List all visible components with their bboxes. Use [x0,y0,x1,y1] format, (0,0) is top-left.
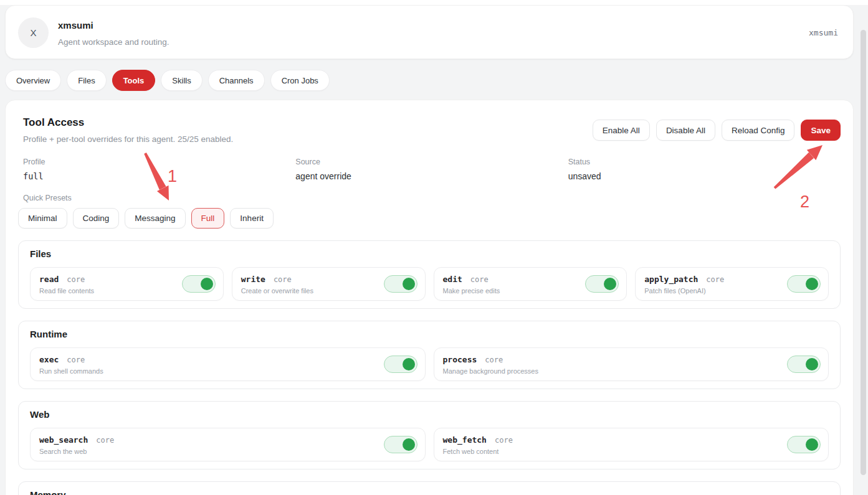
page-top-strip [0,0,868,5]
agent-avatar: X [18,17,49,48]
quick-presets-row: MinimalCodingMessagingFullInherit [18,208,841,229]
status-field-label: Status [568,158,841,166]
tool-card-write: writecoreCreate or overwrite files [232,267,426,301]
profile-field: Profile full [23,158,295,181]
tool-name: read [39,275,59,284]
source-field-label: Source [295,158,568,166]
tool-toggle-exec[interactable] [384,356,417,373]
tool-toggle-web-search[interactable] [384,436,417,453]
tool-description: Search the web [39,448,114,455]
tool-card-process: processcoreManage background processes [434,347,829,381]
tool-toggle-write[interactable] [384,275,417,293]
tool-name: process [443,355,477,364]
tool-card-info: writecoreCreate or overwrite files [241,273,313,295]
toggle-knob [403,438,415,451]
tool-description: Fetch web content [443,448,513,455]
tool-card-edit: editcoreMake precise edits [434,267,627,301]
tool-name: web_search [39,435,88,445]
tool-card-apply-patch: apply_patchcorePatch files (OpenAI) [635,267,829,301]
tool-badge: core [706,275,724,284]
tool-badge: core [67,356,85,364]
preset-minimal-button[interactable]: Minimal [18,208,67,229]
tool-toggle-apply-patch[interactable] [787,275,821,293]
toggle-knob [403,278,415,290]
tool-badge: core [470,275,489,284]
tool-sections: FilesreadcoreRead file contentswritecore… [18,240,841,495]
section-title: Runtime [30,329,829,340]
section-files: FilesreadcoreRead file contentswritecore… [18,240,841,309]
tool-description: Make precise edits [443,287,500,295]
tool-badge: core [96,436,114,445]
agent-name: xmsumi [58,20,93,31]
tool-card-info: web_searchcoreSearch the web [39,434,114,455]
vertical-scrollbar-thumb[interactable] [861,30,866,475]
agent-header-card: X xmsumi Agent workspace and routing. xm… [5,5,854,59]
profile-field-value: full [23,171,295,181]
source-field-value: agent override [295,171,568,181]
tool-name: apply_patch [644,275,698,284]
tool-card-info: execcoreRun shell commands [39,354,103,375]
tool-description: Manage background processes [443,367,538,375]
tool-badge: core [67,275,85,284]
toggle-knob [201,278,213,290]
agent-description: Agent workspace and routing. [58,37,169,47]
tool-description: Create or overwrite files [241,287,313,295]
tool-card-web-search: web_searchcoreSearch the web [30,428,426,461]
tool-description: Patch files (OpenAI) [644,287,724,295]
toggle-knob [806,358,818,370]
panel-actions: Enable All Disable All Reload Config Sav… [593,120,841,141]
tool-card-info: web_fetchcoreFetch web content [443,434,513,455]
preset-messaging-button[interactable]: Messaging [125,208,185,229]
save-button[interactable]: Save [801,120,841,141]
tool-badge: core [485,356,503,364]
tool-card-info: apply_patchcorePatch files (OpenAI) [644,273,724,295]
agent-avatar-initial: X [30,27,36,38]
tool-card-info: editcoreMake precise edits [443,273,500,295]
tab-channels[interactable]: Channels [208,70,265,91]
status-field-value: unsaved [568,171,841,181]
source-field: Source agent override [295,158,568,181]
preset-coding-button[interactable]: Coding [73,208,120,229]
tool-card-exec: execcoreRun shell commands [30,347,426,381]
tool-badge: core [495,436,513,445]
toggle-knob [604,278,616,290]
tool-card-web-fetch: web_fetchcoreFetch web content [434,428,829,461]
tab-files[interactable]: Files [67,70,106,91]
tool-name: edit [443,275,462,284]
status-field: Status unsaved [568,158,841,181]
preset-full-button[interactable]: Full [191,208,225,229]
toggle-knob [806,278,818,290]
tool-card-info: readcoreRead file contents [39,273,94,295]
tab-tools[interactable]: Tools [112,70,156,91]
section-title: Files [30,248,829,260]
tool-description: Run shell commands [39,367,103,375]
section-web: Webweb_searchcoreSearch the webweb_fetch… [18,401,841,469]
toggle-knob [403,358,415,370]
tool-card-grid: execcoreRun shell commandsprocesscoreMan… [30,347,829,381]
tool-name: web_fetch [443,435,487,445]
tab-skills[interactable]: Skills [161,70,202,91]
section-title: Web [30,409,829,420]
quick-presets-label: Quick Presets [18,194,841,202]
tool-card-info: processcoreManage background processes [443,354,538,375]
tool-card-grid: readcoreRead file contentswritecoreCreat… [30,267,829,301]
section-runtime: RuntimeexeccoreRun shell commandsprocess… [18,321,841,389]
section-title: Memory [30,489,829,495]
tool-toggle-read[interactable] [182,275,216,293]
tool-toggle-process[interactable] [787,356,821,373]
tool-toggle-web-fetch[interactable] [787,436,821,453]
tool-card-grid: web_searchcoreSearch the webweb_fetchcor… [30,428,829,461]
toggle-knob [806,438,818,451]
tool-name: write [241,275,265,284]
reload-config-button[interactable]: Reload Config [722,120,795,141]
tool-name: exec [39,355,59,364]
enable-all-button[interactable]: Enable All [593,120,650,141]
tab-cron-jobs[interactable]: Cron Jobs [270,70,330,91]
section-memory: Memory [18,481,841,495]
preset-inherit-button[interactable]: Inherit [230,208,274,229]
disable-all-button[interactable]: Disable All [656,120,715,141]
tool-badge: core [274,275,292,284]
tab-bar: OverviewFilesToolsSkillsChannelsCron Job… [5,70,330,91]
tab-overview[interactable]: Overview [5,70,61,91]
tool-toggle-edit[interactable] [585,275,619,293]
